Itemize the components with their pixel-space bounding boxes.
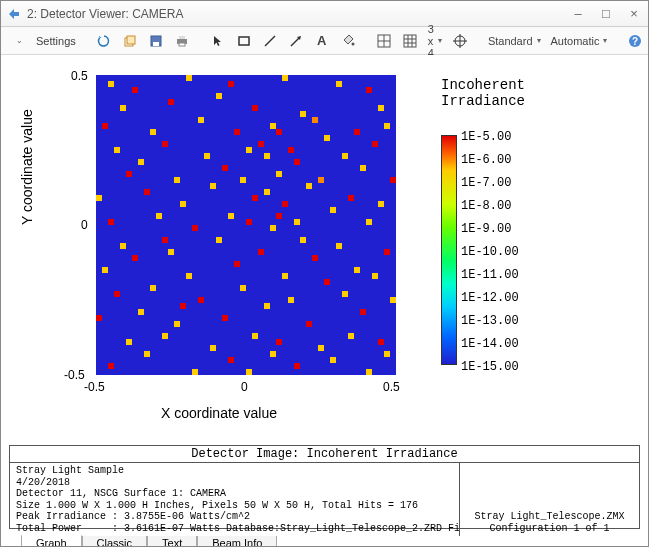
grid-large-icon[interactable] xyxy=(399,30,421,52)
tab-beam-info[interactable]: Beam Info xyxy=(197,536,277,547)
heatmap-pixel xyxy=(366,87,372,93)
heatmap-pixel xyxy=(228,357,234,363)
heatmap-pixel xyxy=(120,243,126,249)
close-button[interactable]: × xyxy=(626,6,642,21)
bucket-icon[interactable] xyxy=(337,30,359,52)
heatmap-pixel xyxy=(186,75,192,81)
heatmap-pixel xyxy=(132,255,138,261)
tab-text[interactable]: Text xyxy=(147,536,197,547)
heatmap-pixel xyxy=(120,105,126,111)
heatmap-pixel xyxy=(162,237,168,243)
heatmap-pixel xyxy=(138,159,144,165)
heatmap-pixel xyxy=(210,345,216,351)
heatmap-pixel xyxy=(174,177,180,183)
heatmap-pixel xyxy=(360,165,366,171)
heatmap-pixel xyxy=(390,297,396,303)
heatmap-pixel xyxy=(216,237,222,243)
expand-button[interactable]: ⌄ xyxy=(7,30,29,52)
info-right: Stray Light_Telescope.ZMX Configuration … xyxy=(459,463,639,536)
heatmap-pixel xyxy=(114,147,120,153)
heatmap-pixel xyxy=(144,351,150,357)
heatmap-pixel xyxy=(198,117,204,123)
grid-size-dropdown[interactable]: 3 x 4▾ xyxy=(425,23,445,59)
heatmap-pixel xyxy=(282,75,288,81)
help-icon[interactable]: ? xyxy=(624,30,646,52)
rect-icon[interactable] xyxy=(233,30,255,52)
heatmap-pixel xyxy=(348,333,354,339)
line-icon[interactable] xyxy=(259,30,281,52)
y-tick: -0.5 xyxy=(64,368,85,382)
plot-panel: Y coordinate value X coordinate value 0.… xyxy=(1,55,648,445)
toolbar: ⌄ Settings A 3 x 4▾ Standard▾ Automatic▾… xyxy=(1,27,648,55)
heatmap-pixel xyxy=(162,333,168,339)
heatmap-pixel xyxy=(372,273,378,279)
text-icon[interactable]: A xyxy=(311,30,333,52)
x-tick: 0 xyxy=(241,380,248,394)
settings-button[interactable]: Settings xyxy=(33,35,79,47)
heatmap-pixel xyxy=(336,243,342,249)
tab-graph[interactable]: Graph xyxy=(21,535,82,547)
app-icon xyxy=(7,7,21,21)
heatmap-pixel xyxy=(270,351,276,357)
svg-rect-1 xyxy=(127,36,135,44)
arrow-icon[interactable] xyxy=(285,30,307,52)
y-axis-label: Y coordinate value xyxy=(19,109,35,225)
colorbar-title: Incoherent Irradiance xyxy=(441,77,525,109)
x-tick: -0.5 xyxy=(84,380,105,394)
copy-icon[interactable] xyxy=(119,30,141,52)
heatmap-pixel xyxy=(216,93,222,99)
heatmap-pixel xyxy=(258,141,264,147)
heatmap-pixel xyxy=(192,369,198,375)
tab-classic[interactable]: Classic xyxy=(82,536,147,547)
grid-small-icon[interactable] xyxy=(373,30,395,52)
heatmap-pixel xyxy=(246,369,252,375)
svg-point-10 xyxy=(351,42,354,45)
svg-line-8 xyxy=(265,36,275,46)
heatmap-pixel xyxy=(264,303,270,309)
save-icon[interactable] xyxy=(145,30,167,52)
mode-standard-dropdown[interactable]: Standard▾ xyxy=(485,35,544,47)
svg-rect-3 xyxy=(153,42,159,46)
heatmap-pixel xyxy=(282,273,288,279)
heatmap-pixel xyxy=(384,351,390,357)
colorbar-tick: 1E-14.00 xyxy=(461,337,519,351)
heatmap-pixel xyxy=(312,255,318,261)
heatmap-pixel xyxy=(96,195,102,201)
maximize-button[interactable]: □ xyxy=(598,6,614,21)
heatmap-pixel xyxy=(156,213,162,219)
print-icon[interactable] xyxy=(171,30,193,52)
heatmap-pixel xyxy=(354,267,360,273)
heatmap-pixel xyxy=(354,129,360,135)
titlebar: 2: Detector Viewer: CAMERA – □ × xyxy=(1,1,648,27)
info-title: Detector Image: Incoherent Irradiance xyxy=(10,446,639,463)
y-tick: 0.5 xyxy=(71,69,88,83)
refresh-icon[interactable] xyxy=(93,30,115,52)
minimize-button[interactable]: – xyxy=(570,6,586,21)
heatmap-pixel xyxy=(198,297,204,303)
heatmap-pixel xyxy=(300,237,306,243)
heatmap-pixel xyxy=(276,213,282,219)
heatmap-pixel xyxy=(378,201,384,207)
heatmap-pixel xyxy=(276,171,282,177)
info-text: Stray Light Sample 4/20/2018 Detector 11… xyxy=(10,463,459,536)
target-icon[interactable] xyxy=(449,30,471,52)
heatmap-pixel xyxy=(126,171,132,177)
heatmap-pixel xyxy=(162,141,168,147)
heatmap-pixel xyxy=(342,153,348,159)
heatmap-pixel xyxy=(276,129,282,135)
heatmap-pixel xyxy=(234,129,240,135)
heatmap-pixel xyxy=(360,309,366,315)
mode-automatic-dropdown[interactable]: Automatic▾ xyxy=(548,35,611,47)
x-tick: 0.5 xyxy=(383,380,400,394)
heatmap-pixel xyxy=(252,333,258,339)
colorbar-tick: 1E-9.00 xyxy=(461,222,511,236)
heatmap-pixel xyxy=(384,123,390,129)
heatmap-pixel xyxy=(246,147,252,153)
heatmap-plot[interactable] xyxy=(96,75,396,375)
heatmap-pixel xyxy=(102,267,108,273)
heatmap-pixel xyxy=(144,189,150,195)
pointer-icon[interactable] xyxy=(207,30,229,52)
heatmap-pixel xyxy=(102,123,108,129)
heatmap-pixel xyxy=(240,177,246,183)
heatmap-pixel xyxy=(150,129,156,135)
